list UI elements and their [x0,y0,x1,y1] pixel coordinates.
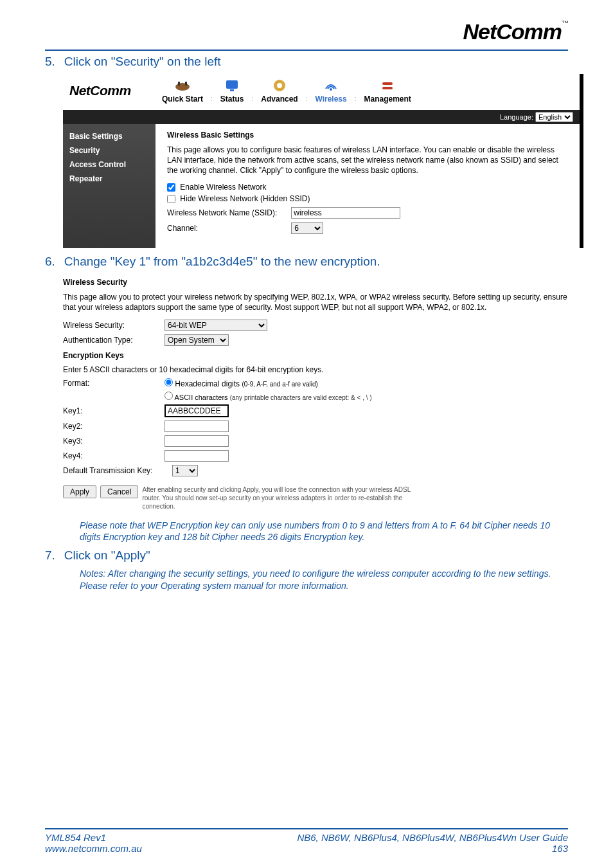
key3-input[interactable] [164,435,229,447]
wireless-security-label: Wireless Security: [63,321,164,330]
default-tx-key-select[interactable]: 1 [172,465,198,476]
ssid-label: Wireless Network Name (SSID): [167,208,289,217]
tab-advanced[interactable]: Advanced [261,78,298,104]
key1-input[interactable] [164,404,229,417]
sidebar-item-security[interactable]: Security [63,143,155,158]
after-apply-note: Notes: After changing the security setti… [80,568,568,592]
gear-icon [261,78,298,93]
security-desc: This page allow you to protect your wire… [63,292,568,312]
step-6: 6.Change "Key 1" from "a1b2c3d4e5" to th… [45,255,568,269]
svg-point-6 [277,83,282,88]
key3-label: Key3: [63,437,164,446]
sidebar-item-access[interactable]: Access Control [63,158,155,172]
key4-input[interactable] [164,450,229,462]
encryption-note: Enter 5 ASCII characters or 10 hexadecim… [63,365,568,374]
page-footer: YML854 Rev1 www.netcomm.com.au NB6, NB6W… [45,828,568,854]
security-screenshot: Wireless Security This page allow you to… [63,278,568,510]
key2-label: Key2: [63,422,164,431]
footer-page: 163 [297,843,568,854]
ssid-input[interactable] [291,207,400,219]
enable-wireless-checkbox[interactable] [167,183,175,192]
auth-type-label: Authentication Type: [63,336,164,345]
svg-rect-3 [226,80,238,89]
channel-select[interactable]: 6 [291,222,323,234]
format-ascii-note: (any printable characters are valid exce… [230,394,372,401]
wireless-security-select[interactable]: 64-bit WEP [164,320,267,331]
format-label: Format: [63,379,164,388]
format-hex-note: (0-9, A-F, and a-f are valid) [242,381,317,388]
svg-rect-2 [185,82,187,86]
sidebar: Basic Settings Security Access Control R… [63,124,155,248]
router-screenshot-basic: NetComm Quick Start : Status : [63,74,583,248]
monitor-icon [220,78,244,93]
auth-type-select[interactable]: Open System [164,334,229,346]
default-tx-key-label: Default Transmission Key: [63,466,172,475]
key2-input[interactable] [164,420,229,432]
format-hex-radio[interactable] [164,378,173,386]
svg-rect-4 [230,89,234,91]
security-heading: Wireless Security [63,278,568,287]
tools-icon [364,78,411,93]
sidebar-item-repeater[interactable]: Repeater [63,172,155,186]
wep-note: Please note that WEP Encryption key can … [80,520,568,544]
router-logo: NetComm [69,83,147,98]
format-ascii-label: ASCII characters [174,393,227,401]
channel-label: Channel: [167,224,289,233]
wireless-icon [315,78,346,93]
footer-guide: User Guide [517,832,568,843]
basic-desc: This page allows you to configure basic … [167,145,568,176]
tab-wireless[interactable]: Wireless [315,78,346,104]
apply-button[interactable]: Apply [63,485,96,498]
hide-ssid-label: Hide Wireless Network (Hidden SSID) [180,194,310,203]
svg-rect-9 [382,87,393,89]
tab-quick-start[interactable]: Quick Start [162,78,203,104]
svg-rect-1 [178,82,180,86]
footer-models: NB6, NB6W, NB6Plus4, NB6Plus4W, NB6Plus4… [297,832,517,843]
tab-management[interactable]: Management [364,78,411,104]
footer-rev: YML854 Rev1 [45,832,142,843]
key1-label: Key1: [63,406,164,415]
brand-logo: NetComm™ [45,19,568,44]
enable-wireless-label: Enable Wireless Network [180,183,266,192]
language-bar: Language: English [63,110,580,124]
step-5: 5.Click on "Security" on the left [45,55,568,69]
key4-label: Key4: [63,451,164,460]
language-select[interactable]: English [535,112,573,122]
cancel-button[interactable]: Cancel [100,485,138,498]
format-hex-label: Hexadecimal digits [175,379,240,388]
router-icon [162,78,203,93]
svg-point-7 [330,88,332,91]
encryption-keys-heading: Encryption Keys [63,351,568,360]
format-ascii-radio[interactable] [164,392,173,400]
hide-ssid-checkbox[interactable] [167,195,175,203]
basic-heading: Wireless Basic Settings [167,131,568,140]
svg-rect-8 [382,82,393,85]
tab-status[interactable]: Status [220,78,244,104]
apply-note: After enabling security and clicking App… [142,485,412,511]
sidebar-item-basic[interactable]: Basic Settings [63,129,155,143]
svg-point-0 [175,83,190,91]
footer-url: www.netcomm.com.au [45,843,142,854]
divider [45,50,568,51]
step-7: 7.Click on "Apply" [45,548,568,563]
